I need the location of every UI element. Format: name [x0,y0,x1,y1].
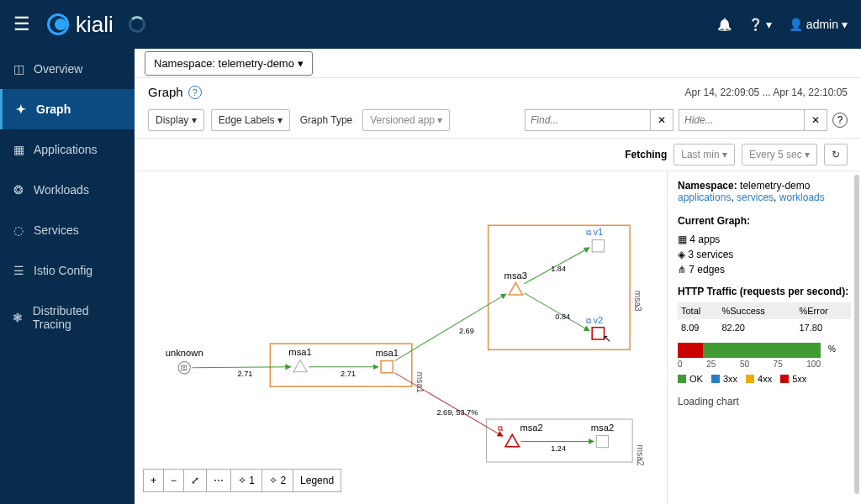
node-msa1-workload[interactable] [381,361,393,373]
user-name: admin [806,18,838,31]
http-traffic-heading: HTTP Traffic (requests per second): [678,286,851,297]
axis-tick: 50 [740,360,749,369]
scrollbar[interactable] [854,175,859,494]
node-v1[interactable] [592,240,604,252]
zoom-fit-button[interactable]: ⤢ [184,470,207,491]
node-msa3-service[interactable] [509,283,522,295]
workloads-icon: ❂ [12,183,25,197]
sidebar-item-label: Applications [34,143,98,156]
find-help-icon[interactable]: ? [832,113,848,128]
node-label-unknown: unknown [166,348,203,358]
link-workloads[interactable]: workloads [779,192,825,203]
panel-namespace-label: Namespace: [678,180,737,192]
time-range: Apr 14, 22:09:05 ... Apr 14, 22:10:05 [685,87,848,98]
val-total: 8.09 [678,319,718,336]
http-traffic-table: Total%Success%Error 8.0982.2017.80 [678,302,851,336]
display-dropdown[interactable]: Display ▾ [148,109,204,131]
col-total: Total [678,302,718,319]
zoom-in-button[interactable]: + [144,470,164,491]
bar-percent-label: % [828,344,836,354]
layout-default-button[interactable]: ⋯ [207,470,231,491]
edge-msa1-msa3[interactable] [394,294,506,361]
duration-dropdown[interactable]: Last min ▾ [673,144,735,165]
current-graph-heading: Current Graph: [678,215,851,227]
zoom-out-button[interactable]: − [164,470,184,491]
stat-services: ◈ 3 services [678,247,851,262]
axis-tick: 0 [678,360,683,369]
layout-1-button[interactable]: ✧ 1 [231,470,262,491]
sidebar-item-label: Graph [36,102,71,116]
namespace-selector[interactable]: Namespace: telemetry-demo ▾ [145,51,313,76]
node-msa2-workload[interactable] [505,434,519,446]
node-msa1-service[interactable] [293,360,307,372]
edge-label-e1: 2.71 [238,370,253,378]
clear-hide-button[interactable]: ✕ [805,109,827,131]
sidebar-item-overview[interactable]: ◫Overview [0,49,135,89]
applications-icon: ▦ [12,143,25,156]
hide-input[interactable] [679,109,805,131]
node-msa2-service[interactable] [596,435,608,447]
axis-tick: 25 [706,360,716,369]
node-label-msa2-workload: msa2 [520,423,542,433]
stat-edges: ⋔ 7 edges [678,262,851,277]
overview-icon: ◫ [12,62,25,76]
sidebar-item-applications[interactable]: ▦Applications [0,129,135,170]
tracing-icon: ❃ [12,311,24,324]
edge-msa1-msa2[interactable] [394,373,503,437]
find-input[interactable] [525,109,651,131]
sidebar-item-graph[interactable]: ✦Graph [0,89,135,129]
edge-label-e7: 1.24 [551,444,566,453]
val-success: 82.20 [718,319,795,336]
refresh-button[interactable]: ↻ [824,144,848,165]
sidebar: ◫Overview ✦Graph ▦Applications ❂Workload… [0,49,135,504]
sidebar-item-label: Distributed Tracing [33,304,123,331]
page-title: Graph [148,85,183,99]
edge-labels-dropdown[interactable]: Edge Labels ▾ [211,109,290,131]
brand-text: kiali [76,12,114,38]
edge-label-e6: 2.69, 53.7% [436,408,478,417]
svg-text:⧉: ⧉ [586,317,592,325]
group-msa3[interactable] [489,225,630,349]
link-services[interactable]: services [737,192,774,203]
node-v2[interactable] [592,328,604,339]
graph-canvas[interactable]: msa1 msa3 msa2 unknown ⚿ msa1 [135,171,668,504]
graph-icon: ✦ [14,102,28,116]
namespace-value: telemetry-demo [219,57,294,70]
fetching-label: Fetching [625,149,667,160]
sidebar-item-services[interactable]: ◌Services [0,210,135,250]
legend-button[interactable]: Legend [293,470,341,491]
sidebar-item-istio-config[interactable]: ☰Istio Config [0,250,135,291]
val-error: 17.80 [796,319,852,336]
istio-config-icon: ☰ [12,264,25,277]
link-applications[interactable]: applications [678,192,731,203]
sidebar-item-label: Istio Config [34,264,92,277]
legend-5xx: 5xx [780,374,806,384]
sidebar-item-workloads[interactable]: ❂Workloads [0,170,135,210]
help-menu[interactable]: ❔ ▾ [748,18,772,31]
layout-2-button[interactable]: ✧ 2 [262,470,293,491]
notifications-icon[interactable] [717,18,732,31]
sidebar-item-label: Workloads [34,183,89,197]
help-icon[interactable]: ? [188,86,202,99]
summary-panel: Namespace: telemetry-demo applications, … [668,171,861,504]
refresh-interval-dropdown[interactable]: Every 5 sec ▾ [742,144,817,165]
edge-unknown-msa1[interactable] [192,367,290,368]
svg-text:⧉: ⧉ [498,424,504,433]
logo-icon [47,13,69,35]
graph-type-dropdown[interactable]: Versioned app ▾ [362,109,450,131]
svg-text:⚿: ⚿ [181,365,188,372]
svg-text:⧉: ⧉ [586,229,592,238]
node-label-v1: v1 [593,228,603,238]
node-label-v2: v2 [593,315,603,325]
edge-label-e2: 2.71 [341,370,356,378]
stat-apps: ▦ 4 apps [678,232,851,247]
namespace-label: Namespace: [154,57,215,70]
clear-find-button[interactable]: ✕ [651,109,673,131]
hamburger-icon[interactable]: ☰ [13,13,30,35]
sidebar-item-distributed-tracing[interactable]: ❃Distributed Tracing [0,291,135,344]
edge-label-e5: 0.84 [555,312,570,321]
traffic-bar-chart: % 0 25 50 75 100 OK 3xx 4xx 5xx [678,343,851,384]
user-menu[interactable]: 👤 admin ▾ [789,18,848,31]
group-label-msa3: msa3 [633,291,642,312]
services-icon: ◌ [12,223,25,237]
